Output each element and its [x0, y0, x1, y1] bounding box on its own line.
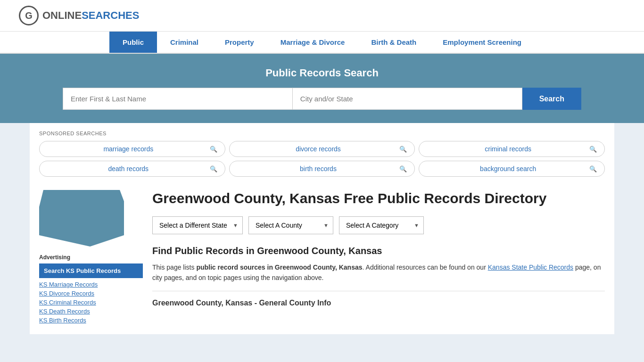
search-icon-4: 🔍	[210, 165, 217, 173]
search-icon-6: 🔍	[589, 165, 597, 173]
sponsored-grid: marriage records 🔍 divorce records 🔍 cri…	[39, 141, 605, 177]
main-content: Greenwood County, Kansas Free Public Rec…	[152, 190, 605, 325]
pill-marriage-label: marriage records	[47, 145, 210, 153]
name-input[interactable]	[63, 88, 292, 110]
sidebar-link-criminal[interactable]: KS Criminal Records	[39, 298, 143, 307]
logo-icon	[19, 6, 39, 25]
search-form: Search	[63, 88, 581, 110]
state-dropdown-wrapper: Select a Different State	[152, 216, 243, 234]
pill-birth-label: birth records	[237, 165, 400, 173]
nav-employment[interactable]: Employment Screening	[429, 32, 535, 53]
ks-map-image	[39, 190, 124, 247]
nav-public[interactable]: Public	[109, 32, 157, 53]
find-text-1: This page lists	[152, 263, 196, 271]
main-container: SPONSORED SEARCHES marriage records 🔍 di…	[30, 123, 614, 334]
pill-criminal-records[interactable]: criminal records 🔍	[419, 141, 605, 157]
search-icon-3: 🔍	[589, 146, 597, 153]
search-banner-title: Public Records Search	[19, 67, 625, 79]
nav-birth-death[interactable]: Birth & Death	[358, 32, 429, 53]
pill-birth-records[interactable]: birth records 🔍	[229, 161, 415, 177]
search-icon-5: 🔍	[399, 165, 407, 173]
location-input[interactable]	[292, 88, 522, 110]
sidebar-link-marriage[interactable]: KS Marriage Records	[39, 280, 143, 289]
logo-text: ONLINESEARCHES	[42, 9, 139, 22]
sidebar-link-divorce[interactable]: KS Divorce Records	[39, 289, 143, 298]
find-text-2: . Additional resources can be found on o…	[363, 263, 488, 271]
section-divider	[152, 291, 605, 291]
advertising-label: Advertising	[39, 254, 143, 261]
pill-background-search[interactable]: background search 🔍	[419, 161, 605, 177]
pill-divorce-records[interactable]: divorce records 🔍	[229, 141, 415, 157]
sidebar-link-death[interactable]: KS Death Records	[39, 307, 143, 316]
category-dropdown[interactable]: Select A Category	[339, 216, 424, 234]
state-dropdown[interactable]: Select a Different State	[152, 216, 243, 234]
pill-marriage-records[interactable]: marriage records 🔍	[39, 141, 225, 157]
sidebar-link-birth[interactable]: KS Birth Records	[39, 316, 143, 325]
search-icon-1: 🔍	[210, 146, 217, 153]
pill-death-label: death records	[47, 165, 210, 173]
county-dropdown-wrapper: Select A County	[248, 216, 333, 234]
nav-property[interactable]: Property	[212, 32, 267, 53]
nav-criminal[interactable]: Criminal	[157, 32, 212, 53]
category-dropdown-wrapper: Select A Category	[339, 216, 424, 234]
logo: ONLINESEARCHES	[19, 6, 139, 25]
find-text-bold: public record sources in Greenwood Count…	[196, 263, 362, 271]
search-button[interactable]: Search	[522, 88, 581, 110]
dropdowns-row: Select a Different State Select A County…	[152, 216, 605, 234]
logo-searches: SEARCHES	[82, 9, 139, 21]
content-section: Advertising Search KS Public Records KS …	[39, 181, 605, 334]
sponsored-label: SPONSORED SEARCHES	[39, 131, 605, 136]
pill-criminal-label: criminal records	[427, 145, 589, 153]
nav-marriage-divorce[interactable]: Marriage & Divorce	[267, 32, 358, 53]
pill-divorce-label: divorce records	[237, 145, 400, 153]
site-header: ONLINESEARCHES	[0, 0, 644, 32]
kansas-state-link[interactable]: Kansas State Public Records	[488, 263, 573, 271]
search-banner: Public Records Search Search	[0, 54, 644, 123]
general-info-title: Greenwood County, Kansas - General Count…	[152, 299, 605, 307]
page-title: Greenwood County, Kansas Free Public Rec…	[152, 190, 605, 207]
search-icon-2: 🔍	[399, 146, 407, 153]
sponsored-section: SPONSORED SEARCHES marriage records 🔍 di…	[39, 123, 605, 181]
ad-highlight-button[interactable]: Search KS Public Records	[39, 263, 143, 278]
pill-death-records[interactable]: death records 🔍	[39, 161, 225, 177]
pill-background-label: background search	[427, 165, 589, 173]
find-title: Find Public Records in Greenwood County,…	[152, 246, 605, 256]
county-dropdown[interactable]: Select A County	[248, 216, 333, 234]
main-nav: Public Criminal Property Marriage & Divo…	[0, 32, 644, 54]
logo-online: ONLINE	[42, 9, 82, 21]
sidebar: Advertising Search KS Public Records KS …	[39, 190, 143, 325]
find-text: This page lists public record sources in…	[152, 262, 605, 283]
